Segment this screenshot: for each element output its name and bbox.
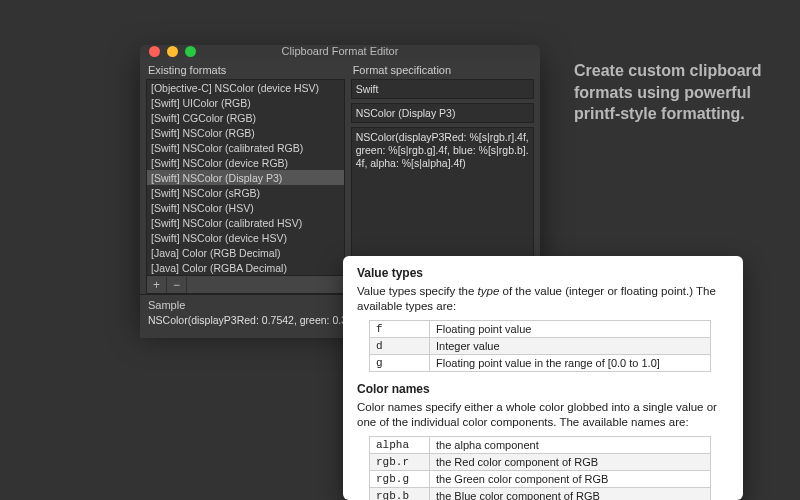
existing-formats-label: Existing formats (146, 62, 345, 79)
list-item[interactable]: [Swift] NSColor (sRGB) (147, 185, 344, 200)
format-spec-label: Format specification (351, 62, 534, 79)
list-item[interactable]: [Objective-C] NSColor (device HSV) (147, 80, 344, 95)
marketing-text: Create custom clipboard formats using po… (574, 60, 774, 125)
language-field[interactable]: Swift (351, 79, 534, 99)
list-item[interactable]: [Swift] UIColor (RGB) (147, 95, 344, 110)
window-title: Clipboard Format Editor (282, 45, 399, 57)
list-toolbar: + − (146, 276, 345, 294)
format-list[interactable]: [Objective-C] NSColor (device HSV)[Swift… (146, 79, 345, 276)
format-name-field[interactable]: NSColor (Display P3) (351, 103, 534, 123)
list-item[interactable]: [Java] Color (RGB Decimal) (147, 245, 344, 260)
table-key: f (370, 320, 430, 337)
minimize-icon[interactable] (167, 46, 178, 57)
table-key: rgb.r (370, 453, 430, 470)
list-item[interactable]: [Swift] NSColor (HSV) (147, 200, 344, 215)
table-row: fFloating point value (370, 320, 711, 337)
color-names-desc: Color names specify either a whole color… (357, 400, 729, 430)
table-row: rgb.rthe Red color component of RGB (370, 453, 711, 470)
table-row: gFloating point value in the range of [0… (370, 354, 711, 371)
value-types-desc: Value types specify the type of the valu… (357, 284, 729, 314)
table-row: alphathe alpha component (370, 436, 711, 453)
table-key: g (370, 354, 430, 371)
format-spec-text: NSColor(displayP3Red: %[s|rgb.r].4f, gre… (356, 131, 529, 169)
value-types-table: fFloating point valuedInteger valuegFloa… (369, 320, 711, 372)
titlebar: Clipboard Format Editor (140, 45, 540, 57)
table-value: the alpha component (430, 436, 711, 453)
table-value: Floating point value (430, 320, 711, 337)
table-value: the Red color component of RGB (430, 453, 711, 470)
color-names-heading: Color names (357, 382, 729, 396)
table-key: rgb.b (370, 487, 430, 500)
help-popover: Value types Value types specify the type… (343, 256, 743, 500)
value-types-heading: Value types (357, 266, 729, 280)
table-key: rgb.g (370, 470, 430, 487)
table-key: alpha (370, 436, 430, 453)
traffic-lights (149, 46, 196, 57)
table-key: d (370, 337, 430, 354)
list-item[interactable]: [Swift] NSColor (Display P3) (147, 170, 344, 185)
zoom-icon[interactable] (185, 46, 196, 57)
table-row: dInteger value (370, 337, 711, 354)
list-item[interactable]: [Java] Color (RGBA Decimal) (147, 260, 344, 275)
list-item[interactable]: [Swift] CGColor (RGB) (147, 110, 344, 125)
table-value: the Blue color component of RGB (430, 487, 711, 500)
list-item[interactable]: [Swift] NSColor (RGB) (147, 125, 344, 140)
remove-button[interactable]: − (167, 277, 187, 293)
table-value: Integer value (430, 337, 711, 354)
table-value: the Green color component of RGB (430, 470, 711, 487)
color-names-table: alphathe alpha componentrgb.rthe Red col… (369, 436, 711, 500)
add-button[interactable]: + (147, 277, 167, 293)
list-item[interactable]: [Swift] NSColor (calibrated HSV) (147, 215, 344, 230)
table-row: rgb.gthe Green color component of RGB (370, 470, 711, 487)
close-icon[interactable] (149, 46, 160, 57)
list-item[interactable]: [Swift] NSColor (calibrated RGB) (147, 140, 344, 155)
table-row: rgb.bthe Blue color component of RGB (370, 487, 711, 500)
list-item[interactable]: [Swift] NSColor (device HSV) (147, 230, 344, 245)
list-item[interactable]: [Swift] NSColor (device RGB) (147, 155, 344, 170)
table-value: Floating point value in the range of [0.… (430, 354, 711, 371)
